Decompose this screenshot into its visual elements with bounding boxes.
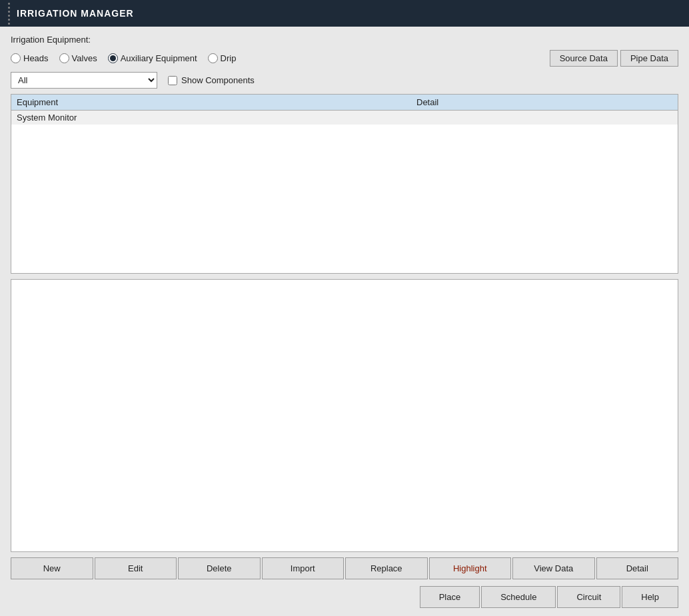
bottom-buttons-row: New Edit Delete Import Replace Highlight… [11,557,678,579]
schedule-button[interactable]: Schedule [481,586,556,608]
show-components-checkbox[interactable] [168,76,177,85]
place-button[interactable]: Place [420,586,480,608]
top-buttons: Source Data Pipe Data [550,50,678,67]
table-header: Equipment Detail [11,95,678,111]
edit-button[interactable]: Edit [95,557,177,579]
detail-column-header: Detail [416,97,672,107]
detail-button[interactable]: Detail [596,557,679,579]
radio-group: Heads Valves Auxiliary Equipment Drip [11,53,550,63]
circuit-button[interactable]: Circuit [557,586,620,608]
equipment-cell: System Monitor [17,113,416,123]
help-button[interactable]: Help [622,586,678,608]
show-components-label: Show Components [181,75,255,85]
equipment-label: Irrigation Equipment: [11,35,678,45]
detail-cell [416,113,672,123]
drag-handle [8,3,10,25]
table-row[interactable]: System Monitor [11,111,678,125]
pipe-data-button[interactable]: Pipe Data [620,50,678,67]
equipment-table: Equipment Detail System Monitor [11,94,678,274]
radio-auxiliary[interactable]: Auxiliary Equipment [108,53,197,63]
radio-valves[interactable]: Valves [59,53,97,63]
filter-row: All Show Components [11,72,678,89]
radio-heads-label: Heads [23,53,49,63]
radio-drip[interactable]: Drip [208,53,237,63]
footer-buttons-row: Place Schedule Circuit Help [11,586,678,608]
equipment-column-header: Equipment [17,97,416,107]
radio-valves-label: Valves [72,53,97,63]
table-body: System Monitor [11,111,678,273]
show-components-checkbox-item[interactable]: Show Components [168,75,255,85]
radio-drip-label: Drip [221,53,237,63]
view-data-button[interactable]: View Data [512,557,595,579]
new-button[interactable]: New [11,557,93,579]
lower-section [11,279,678,552]
replace-button[interactable]: Replace [345,557,428,579]
import-button[interactable]: Import [262,557,344,579]
filter-select[interactable]: All [11,72,157,89]
highlight-button[interactable]: Highlight [429,557,512,579]
title-bar: IRRIGATION MANAGER [0,0,689,27]
delete-button[interactable]: Delete [178,557,261,579]
radio-heads[interactable]: Heads [11,53,49,63]
radio-auxiliary-label: Auxiliary Equipment [121,53,197,63]
app-title: IRRIGATION MANAGER [17,8,134,19]
main-panel: Irrigation Equipment: Heads Valves Auxil… [0,27,689,616]
source-data-button[interactable]: Source Data [550,50,618,67]
radio-and-buttons-row: Heads Valves Auxiliary Equipment Drip So… [11,50,678,67]
